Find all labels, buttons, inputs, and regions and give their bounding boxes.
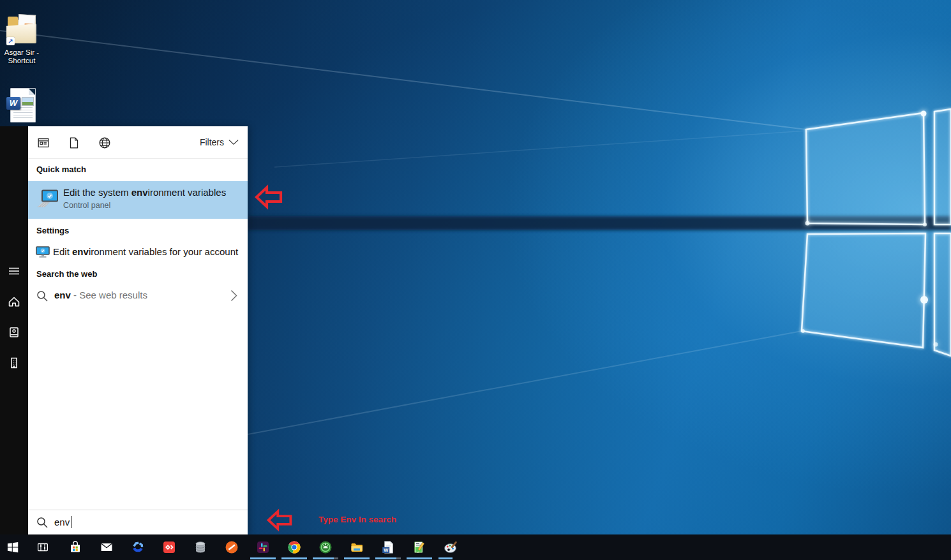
chevron-right-icon bbox=[230, 290, 237, 302]
tab-documents[interactable] bbox=[63, 132, 85, 154]
search-query-text: env bbox=[54, 517, 70, 527]
blue-emblem-app-button[interactable] bbox=[125, 534, 151, 560]
document-icon bbox=[67, 136, 81, 150]
system-properties-icon bbox=[36, 189, 59, 210]
blue-emblem-icon bbox=[130, 540, 146, 555]
result-title: Edit the system environment variables bbox=[63, 187, 226, 198]
menu-button[interactable] bbox=[0, 260, 28, 283]
shortcut-arrow-icon: ↗ bbox=[6, 37, 15, 45]
search-icon bbox=[36, 290, 49, 302]
section-header-settings: Settings bbox=[36, 226, 69, 235]
word-picture-thumb bbox=[22, 97, 34, 106]
places-button[interactable] bbox=[0, 351, 28, 374]
building-icon bbox=[6, 355, 22, 371]
section-header-quick-match: Quick match bbox=[36, 165, 86, 174]
task-view-icon bbox=[36, 540, 50, 554]
running-indicator-word bbox=[375, 557, 401, 559]
home-icon bbox=[6, 294, 22, 309]
filters-dropdown[interactable]: Filters bbox=[200, 137, 239, 147]
result-edit-environment-variables-account[interactable]: Edit environment variables for your acco… bbox=[28, 241, 248, 264]
database-icon bbox=[193, 540, 208, 555]
notebook-button[interactable] bbox=[0, 321, 28, 344]
running-indicator-notepad-plus bbox=[407, 557, 432, 559]
windows-desktop: ↗ Asgar Sir - Shortcut W bbox=[0, 0, 951, 560]
mail-envelope-icon bbox=[99, 540, 114, 555]
result-title: Edit environment variables for your acco… bbox=[53, 246, 238, 257]
result-subtitle: Control panel bbox=[63, 201, 110, 210]
paint-button[interactable] bbox=[438, 534, 463, 560]
red-diamond-app-button[interactable] bbox=[156, 534, 182, 560]
home-button[interactable] bbox=[0, 290, 28, 313]
red-diamond-icon bbox=[161, 540, 177, 555]
android-studio-button[interactable] bbox=[313, 534, 338, 560]
start-button[interactable] bbox=[0, 534, 26, 560]
running-indicator-slack bbox=[250, 557, 276, 559]
notepad-plus-button[interactable] bbox=[407, 534, 432, 560]
word-button[interactable]: W bbox=[375, 534, 401, 560]
filter-tabs-row: Filters bbox=[28, 126, 248, 159]
text-caret bbox=[71, 516, 71, 528]
windows-logo-icon bbox=[6, 540, 20, 554]
microsoft-store-button[interactable] bbox=[63, 534, 88, 560]
tab-apps[interactable] bbox=[33, 132, 54, 154]
result-see-web-results[interactable]: env - See web results bbox=[28, 284, 248, 307]
desktop-icon-word-document[interactable]: W bbox=[0, 88, 42, 122]
section-header-search-web: Search the web bbox=[36, 269, 97, 279]
desktop-icon-folder-shortcut[interactable]: ↗ Asgar Sir - Shortcut bbox=[1, 14, 43, 65]
microsoft-store-icon bbox=[68, 540, 83, 555]
running-indicator-chrome bbox=[281, 557, 307, 559]
orange-rocket-icon bbox=[224, 540, 239, 555]
running-indicator-android-studio bbox=[313, 557, 338, 559]
search-icon bbox=[36, 517, 49, 529]
svg-text:W: W bbox=[384, 547, 389, 553]
word-icon: W bbox=[380, 540, 396, 555]
tab-web[interactable] bbox=[94, 132, 116, 154]
android-studio-icon bbox=[318, 540, 333, 555]
word-logo: W bbox=[6, 97, 20, 110]
notebook-icon bbox=[6, 325, 22, 340]
search-results-panel: Filters Quick match Edit the system envi… bbox=[28, 126, 248, 534]
taskbar: W bbox=[0, 534, 951, 560]
orange-circle-app-button[interactable] bbox=[219, 534, 244, 560]
slack-icon bbox=[255, 540, 271, 555]
chrome-button[interactable] bbox=[281, 534, 307, 560]
slack-button[interactable] bbox=[250, 534, 276, 560]
result-edit-system-environment-variables[interactable]: Edit the system environment variables Co… bbox=[28, 181, 248, 219]
page-fold bbox=[29, 89, 35, 95]
filters-label: Filters bbox=[200, 137, 224, 147]
word-document-icon: W bbox=[6, 88, 36, 122]
apps-window-icon bbox=[36, 136, 50, 150]
notepad-pencil-icon bbox=[412, 540, 427, 555]
result-title: env - See web results bbox=[54, 290, 147, 300]
running-indicator-paint bbox=[438, 557, 453, 559]
chevron-down-icon bbox=[228, 139, 239, 145]
paint-palette-icon bbox=[443, 540, 458, 555]
hamburger-icon bbox=[6, 263, 22, 279]
file-explorer-button[interactable] bbox=[344, 534, 370, 560]
mail-button[interactable] bbox=[94, 534, 119, 560]
search-input[interactable]: env bbox=[28, 510, 248, 534]
file-explorer-icon bbox=[349, 540, 364, 555]
task-view-button[interactable] bbox=[30, 534, 56, 560]
search-flyout-rail bbox=[0, 126, 28, 534]
monitor-icon bbox=[36, 246, 50, 258]
running-indicator-file-explorer bbox=[344, 557, 370, 559]
desktop-icon-label: Asgar Sir - Shortcut bbox=[1, 48, 43, 65]
chrome-icon bbox=[287, 540, 302, 555]
folder-icon: ↗ bbox=[6, 14, 38, 46]
database-app-button[interactable] bbox=[188, 534, 213, 560]
globe-icon bbox=[98, 136, 112, 150]
